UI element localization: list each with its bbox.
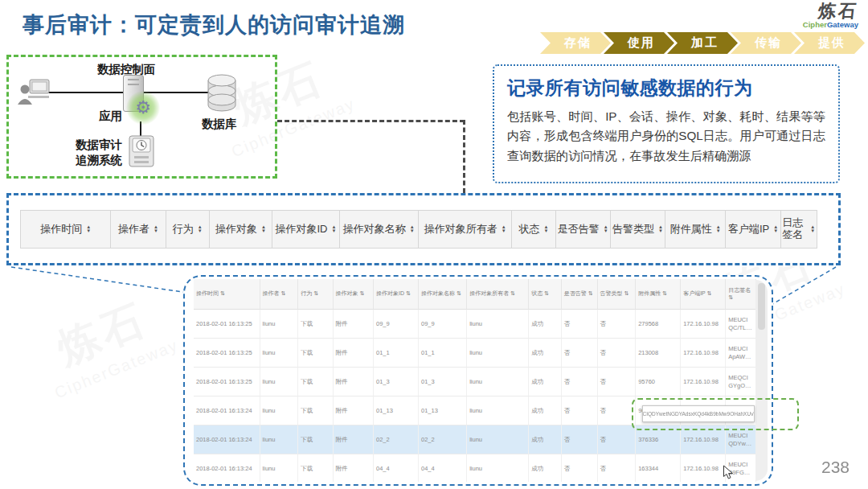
column-header-label: 操作者: [118, 222, 149, 236]
column-header-label: 行为: [173, 222, 194, 236]
table-cell: 否: [562, 425, 598, 454]
database-icon: [205, 73, 239, 117]
column-header-8[interactable]: 状态▲▼: [511, 210, 555, 249]
audit-header-row: 操作时间▲▼操作者▲▼行为▲▼操作对象▲▼操作对象ID▲▼操作对象名称▲▼操作对…: [20, 210, 827, 249]
mini-column-header[interactable]: 附件属性 ⇅: [636, 279, 681, 310]
table-cell: 附件: [334, 368, 374, 397]
mini-column-header[interactable]: 是否告警 ⇅: [562, 279, 598, 310]
sort-icon[interactable]: ▲▼: [86, 225, 91, 233]
sort-icon[interactable]: ▲▼: [773, 225, 778, 233]
scrollbar-thumb[interactable]: [758, 283, 765, 330]
app-label: 应用: [99, 109, 122, 124]
column-header-4[interactable]: 操作对象▲▼: [209, 210, 272, 249]
table-cell: 附件: [334, 339, 374, 368]
sort-icon[interactable]: ▲▼: [716, 225, 721, 233]
flow-step-3: 加工: [667, 32, 738, 54]
audit-log-table: 操作时间 ⇅操作者 ⇅行为 ⇅操作对象 ⇅操作对象ID ⇅操作对象名称 ⇅操作对…: [194, 279, 756, 482]
column-header-10[interactable]: 告警类型▲▼: [610, 210, 665, 249]
table-cell: 2018-02-01 16:13:25: [194, 368, 260, 397]
mini-column-header[interactable]: 行为 ⇅: [298, 279, 333, 310]
mini-column-header[interactable]: 操作对象 ⇅: [334, 279, 374, 310]
table-cell: MEUCI ApAW…: [726, 339, 756, 368]
table-cell: 否: [598, 397, 637, 425]
column-header-label: 状态: [519, 222, 540, 236]
table-cell: 01_1: [374, 339, 419, 368]
column-header-9[interactable]: 是否告警▲▼: [555, 210, 611, 249]
table-row[interactable]: 2018-02-01 16:13:25liunu下载附件09_909_9liun…: [194, 310, 756, 339]
gear-icon: ⚙: [126, 91, 160, 125]
table-cell: liunu: [467, 339, 529, 368]
table-cell: 2018-02-01 16:13:24: [194, 454, 260, 482]
table-cell: 成功: [529, 339, 562, 368]
table-row[interactable]: 2018-02-01 16:13:24liunu下载附件04_404_4liun…: [194, 454, 756, 482]
table-cell: liunu: [260, 339, 299, 368]
table-cell: 附件: [334, 425, 374, 454]
mini-column-header[interactable]: 操作时间 ⇅: [194, 279, 260, 310]
table-cell: 下载: [298, 425, 333, 454]
sort-icon[interactable]: ▲▼: [410, 225, 415, 233]
column-header-2[interactable]: 操作者▲▼: [110, 210, 166, 249]
scrollbar[interactable]: [755, 280, 768, 481]
mini-column-header[interactable]: 操作者 ⇅: [260, 279, 299, 310]
watermark: 炼石 CipherGateway: [31, 284, 182, 403]
sort-icon[interactable]: ▲▼: [261, 225, 266, 233]
table-cell: 2018-02-01 16:13:24: [194, 425, 260, 454]
table-cell: 否: [562, 397, 598, 425]
column-header-12[interactable]: 客户端IP▲▼: [725, 210, 780, 249]
sort-icon[interactable]: ▲▼: [658, 225, 663, 233]
flow-step-5: 提供: [794, 32, 865, 54]
mini-column-header[interactable]: 操作对象ID ⇅: [374, 279, 419, 310]
column-header-3[interactable]: 行为▲▼: [166, 210, 210, 249]
info-panel-body: 包括账号、时间、IP、会话、操作、对象、耗时、结果等等内容，形成包含终端用户身份…: [507, 107, 825, 166]
column-header-13[interactable]: 日志签名▲▼: [780, 210, 817, 249]
table-cell: 172.16.10.98: [681, 454, 726, 482]
table-cell: 95760: [636, 368, 681, 397]
sort-icon[interactable]: ▲▼: [544, 225, 549, 233]
sort-icon[interactable]: ▲▼: [331, 225, 336, 233]
column-header-6[interactable]: 操作对象名称▲▼: [339, 210, 419, 249]
column-header-label: 日志签名: [782, 217, 806, 241]
mini-column-header[interactable]: 状态 ⇅: [529, 279, 562, 310]
table-cell: 下载: [298, 310, 333, 339]
table-cell: 否: [562, 310, 598, 339]
sort-icon[interactable]: ▲▼: [154, 225, 158, 233]
column-header-label: 操作对象名称: [343, 222, 406, 236]
table-cell: 成功: [529, 397, 562, 425]
sort-icon[interactable]: ▲▼: [502, 225, 506, 233]
column-header-7[interactable]: 操作对象所有者▲▼: [418, 210, 512, 249]
table-row[interactable]: 2018-02-01 16:13:25liunu下载附件01_301_3liun…: [194, 368, 756, 397]
dashed-connector: [463, 120, 465, 193]
audit-system-label: 数据审计 追溯系统: [73, 138, 125, 168]
table-cell: 成功: [529, 310, 562, 339]
column-header-1[interactable]: 操作时间▲▼: [20, 210, 111, 249]
table-cell: liunu: [260, 425, 299, 454]
table-row[interactable]: 2018-02-01 16:13:25liunu下载附件01_101_1liun…: [194, 339, 756, 368]
table-cell: liunu: [467, 425, 529, 454]
sort-icon[interactable]: ▲▼: [604, 225, 608, 233]
mini-column-header[interactable]: 日志签名 ⇅: [726, 279, 756, 310]
table-cell: 01_3: [419, 368, 467, 397]
table-cell: liunu: [467, 397, 529, 425]
table-cell: 下载: [298, 454, 333, 482]
mini-column-header[interactable]: 操作对象名称 ⇅: [419, 279, 467, 310]
table-cell: liunu: [467, 454, 529, 482]
audit-system-icon: [128, 134, 155, 171]
sort-icon[interactable]: ▲▼: [810, 225, 815, 233]
column-header-5[interactable]: 操作对象ID▲▼: [272, 210, 339, 249]
table-cell: 下载: [298, 339, 333, 368]
table-cell: 213008: [636, 339, 681, 368]
mini-column-header[interactable]: 操作对象所有者 ⇅: [467, 279, 529, 310]
table-cell: liunu: [260, 397, 299, 425]
mini-column-header[interactable]: 客户端IP ⇅: [681, 279, 726, 310]
logo-wordmark: 炼石: [817, 2, 859, 20]
mouse-cursor-icon: [723, 465, 734, 483]
sort-icon[interactable]: ▲▼: [198, 225, 203, 233]
mini-column-header[interactable]: 告警类型 ⇅: [598, 279, 637, 310]
dashed-connector: [277, 120, 465, 122]
flow-step-1: 存储: [540, 32, 611, 54]
table-cell: 01_3: [374, 368, 419, 397]
table-cell: 成功: [529, 425, 562, 454]
column-header-label: 告警类型: [612, 222, 654, 236]
column-header-11[interactable]: 附件属性▲▼: [665, 210, 726, 249]
table-cell: 172.16.10.98: [681, 368, 726, 397]
